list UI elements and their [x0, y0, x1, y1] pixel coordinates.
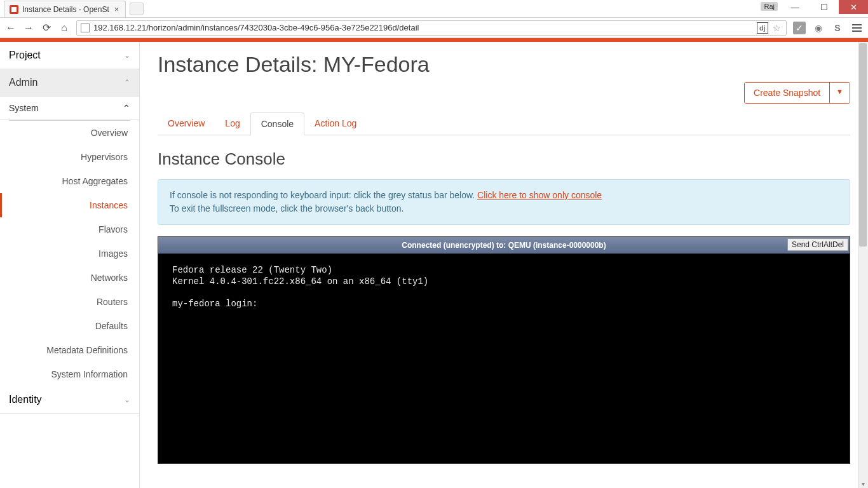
chevron-up-icon: ⌃ — [123, 103, 130, 113]
reload-icon[interactable]: ⟳ — [41, 22, 52, 34]
scroll-thumb[interactable] — [859, 43, 867, 247]
sidebar-item-system-information[interactable]: System Information — [0, 362, 139, 386]
sidebar-item-host-aggregates[interactable]: Host Aggregates — [0, 169, 139, 193]
sidebar-item-metadata-definitions[interactable]: Metadata Definitions — [0, 338, 139, 362]
console-status-text: Connected (unencrypted) to: QEMU (instan… — [402, 241, 606, 250]
nav-identity-label: Identity — [9, 394, 42, 405]
minimize-button[interactable]: — — [780, 0, 810, 14]
console-terminal[interactable]: Fedora release 22 (Twenty Two) Kernel 4.… — [158, 254, 850, 463]
info-text-2: To exit the fullscreen mode, click the b… — [170, 203, 403, 214]
nav-project-label: Project — [9, 50, 41, 61]
maximize-button[interactable]: ☐ — [810, 0, 839, 14]
show-only-console-link[interactable]: Click here to show only console — [477, 190, 602, 200]
address-bar[interactable]: 192.168.12.21/horizon/admin/instances/74… — [76, 20, 787, 36]
nav-system[interactable]: System ⌃ — [0, 97, 139, 120]
page-title: Instance Details: MY-Fedora — [158, 52, 850, 77]
detail-tabs: Overview Log Console Action Log — [158, 112, 850, 135]
browser-tab[interactable]: Instance Details - OpenSt × — [4, 1, 126, 17]
chevron-down-icon: ⌄ — [124, 51, 130, 60]
menu-icon[interactable] — [850, 22, 863, 34]
send-ctrlaltdel-button[interactable]: Send CtrlAltDel — [787, 238, 848, 251]
page-scrollbar[interactable]: ▴ ▾ — [858, 42, 868, 488]
nav-identity[interactable]: Identity ⌄ — [0, 386, 139, 414]
bookmark-star-icon[interactable]: ☆ — [771, 22, 782, 34]
favicon-icon — [10, 5, 18, 14]
browser-toolbar: ← → ⟳ ⌂ 192.168.12.21/horizon/admin/inst… — [0, 18, 868, 38]
extension-check-icon[interactable]: ✓ — [793, 22, 806, 34]
nav-admin[interactable]: Admin ⌃ — [0, 69, 139, 97]
url-text: 192.168.12.21/horizon/admin/instances/74… — [93, 23, 419, 32]
sidebar-item-instances[interactable]: Instances — [0, 193, 139, 217]
sidebar: Project ⌄ Admin ⌃ System ⌃ Overview Hype… — [0, 42, 140, 488]
tab-title: Instance Details - OpenSt — [22, 5, 109, 14]
tab-action-log[interactable]: Action Log — [304, 112, 367, 135]
sidebar-item-overview[interactable]: Overview — [0, 121, 139, 145]
app-container: Project ⌄ Admin ⌃ System ⌃ Overview Hype… — [0, 42, 868, 488]
section-title: Instance Console — [158, 149, 850, 169]
create-snapshot-caret[interactable]: ▼ — [829, 83, 850, 103]
chevron-up-icon: ⌃ — [124, 78, 130, 87]
extension-s-icon[interactable]: S — [831, 22, 844, 34]
page-icon — [81, 24, 90, 32]
console-status-bar[interactable]: Connected (unencrypted) to: QEMU (instan… — [158, 237, 850, 254]
back-icon[interactable]: ← — [5, 22, 17, 34]
sidebar-item-hypervisors[interactable]: Hypervisors — [0, 145, 139, 169]
extension-shield-icon[interactable]: ◉ — [812, 22, 825, 34]
page-actions: Create Snapshot ▼ — [158, 82, 850, 104]
window-close-button[interactable]: ✕ — [839, 0, 868, 14]
user-badge: Raj — [761, 2, 778, 11]
create-snapshot-group: Create Snapshot ▼ — [744, 82, 850, 104]
scroll-down-icon[interactable]: ▾ — [860, 480, 866, 487]
sidebar-item-images[interactable]: Images — [0, 241, 139, 266]
nav-admin-label: Admin — [9, 77, 37, 88]
new-tab-button[interactable] — [130, 3, 144, 15]
main-content: Instance Details: MY-Fedora Create Snaps… — [140, 42, 868, 488]
sidebar-item-networks[interactable]: Networks — [0, 266, 139, 290]
browser-titlebar: Instance Details - OpenSt × Raj — ☐ ✕ — [0, 0, 868, 18]
chevron-down-icon: ⌄ — [124, 395, 130, 404]
console-info-box: If console is not responding to keyboard… — [158, 179, 850, 225]
dj-extension-icon[interactable]: dj — [757, 22, 768, 34]
window-controls: Raj — ☐ ✕ — [761, 0, 868, 17]
tab-console[interactable]: Console — [250, 112, 304, 135]
info-text-1: If console is not responding to keyboard… — [170, 190, 477, 200]
sidebar-item-flavors[interactable]: Flavors — [0, 217, 139, 241]
sidebar-item-routers[interactable]: Routers — [0, 290, 139, 314]
tab-overview[interactable]: Overview — [158, 112, 215, 135]
nav-system-label: System — [9, 103, 39, 113]
close-tab-icon[interactable]: × — [114, 4, 119, 14]
sidebar-item-defaults[interactable]: Defaults — [0, 314, 139, 338]
nav-project[interactable]: Project ⌄ — [0, 42, 139, 69]
home-icon[interactable]: ⌂ — [58, 22, 70, 34]
tab-log[interactable]: Log — [215, 112, 250, 135]
forward-icon[interactable]: → — [23, 22, 34, 34]
create-snapshot-button[interactable]: Create Snapshot — [745, 83, 829, 103]
console-container: Connected (unencrypted) to: QEMU (instan… — [158, 236, 850, 464]
